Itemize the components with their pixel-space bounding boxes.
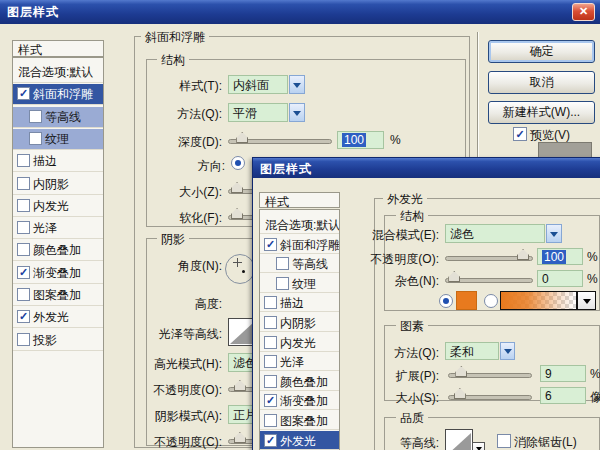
style-select[interactable]: 内斜面 bbox=[228, 75, 288, 94]
sidebar-item-label: 斜面和浮雕 bbox=[33, 86, 93, 103]
sidebar-item-2[interactable]: ✓斜面和浮雕 bbox=[260, 235, 339, 254]
dialog2-titlebar[interactable]: 图层样式 bbox=[253, 158, 600, 178]
size-label: 大小(Z): bbox=[127, 184, 222, 201]
new-style-button[interactable]: 新建样式(W)... bbox=[488, 101, 595, 124]
sidebar-item-9[interactable]: 颜色叠加 bbox=[13, 240, 103, 261]
unchecked-checkbox-icon[interactable] bbox=[29, 110, 42, 123]
sidebar-item-9[interactable]: 颜色叠加 bbox=[260, 372, 339, 391]
method-select[interactable]: 平滑 bbox=[228, 103, 288, 122]
angle-dial[interactable] bbox=[225, 254, 255, 284]
unchecked-checkbox-icon[interactable] bbox=[276, 277, 289, 290]
dialog1-styles-header[interactable]: 样式 bbox=[12, 40, 104, 57]
unchecked-checkbox-icon[interactable] bbox=[264, 375, 277, 388]
close-icon[interactable]: ✕ bbox=[572, 3, 595, 21]
sidebar-item-1[interactable]: 混合选项:默认 bbox=[260, 215, 339, 234]
glow-gradient-radio[interactable] bbox=[484, 294, 498, 308]
glow-size-slider[interactable] bbox=[448, 395, 532, 400]
sidebar-item-label: 描边 bbox=[33, 153, 57, 170]
noise-label: 杂色(N): bbox=[349, 273, 439, 290]
sidebar-item-4[interactable]: 纹理 bbox=[260, 274, 339, 293]
sidebar-item-13[interactable]: 投影 bbox=[13, 330, 103, 351]
bevel-group-title: 斜面和浮雕 bbox=[141, 29, 209, 46]
dialog2-styles-header[interactable]: 样式 bbox=[259, 192, 340, 208]
sidebar-item-4[interactable]: 纹理 bbox=[13, 129, 103, 150]
sidebar-item-3[interactable]: 等高线 bbox=[13, 107, 103, 128]
glow-gradient-arrow-icon[interactable] bbox=[577, 291, 596, 310]
blend-mode-select[interactable]: 滤色 bbox=[445, 224, 545, 243]
unchecked-checkbox-icon[interactable] bbox=[17, 177, 30, 190]
checked-checkbox-icon[interactable]: ✓ bbox=[264, 238, 277, 251]
sidebar-item-3[interactable]: 等高线 bbox=[260, 254, 339, 273]
checked-checkbox-icon[interactable]: ✓ bbox=[17, 310, 30, 323]
unchecked-checkbox-icon[interactable] bbox=[264, 336, 277, 349]
sidebar-item-11[interactable]: 图案叠加 bbox=[13, 285, 103, 306]
glow-color-radio[interactable] bbox=[439, 294, 453, 308]
sidebar-item-label: 外发光 bbox=[280, 433, 316, 450]
unchecked-checkbox-icon[interactable] bbox=[264, 414, 277, 427]
cancel-button[interactable]: 取消 bbox=[488, 71, 595, 94]
sidebar-item-8[interactable]: 光泽 bbox=[13, 218, 103, 239]
unchecked-checkbox-icon[interactable] bbox=[17, 333, 30, 346]
cursor-crosshair-icon bbox=[233, 258, 242, 267]
sidebar-item-1[interactable]: 混合选项:默认 bbox=[13, 62, 103, 83]
unchecked-checkbox-icon[interactable] bbox=[29, 132, 42, 145]
technique-arrow-icon[interactable] bbox=[500, 342, 515, 360]
unchecked-checkbox-icon[interactable] bbox=[276, 257, 289, 270]
unchecked-checkbox-icon[interactable] bbox=[264, 316, 277, 329]
glow-opacity-input[interactable]: 100 bbox=[537, 248, 583, 265]
sidebar-item-8[interactable]: 光泽 bbox=[260, 352, 339, 371]
layer-style-dialog-2: 图层样式 样式 混合选项:默认✓斜面和浮雕等高线纹理描边内阴影内发光光泽颜色叠加… bbox=[252, 157, 600, 450]
spread-slider[interactable] bbox=[448, 373, 532, 378]
sidebar-item-6[interactable]: 内阴影 bbox=[260, 313, 339, 332]
glow-size-input[interactable]: 6 bbox=[540, 387, 586, 404]
antialias-checkbox[interactable] bbox=[497, 434, 511, 448]
highlight-opacity-label: 不透明度(O): bbox=[127, 382, 222, 399]
checked-checkbox-icon[interactable]: ✓ bbox=[17, 87, 30, 100]
sidebar-item-10[interactable]: ✓渐变叠加 bbox=[260, 391, 339, 410]
unchecked-checkbox-icon[interactable] bbox=[264, 355, 277, 368]
checked-checkbox-icon[interactable]: ✓ bbox=[264, 434, 277, 447]
unchecked-checkbox-icon[interactable] bbox=[17, 221, 30, 234]
sidebar-item-2[interactable]: ✓斜面和浮雕 bbox=[13, 84, 103, 105]
technique-select[interactable]: 柔和 bbox=[445, 342, 499, 360]
angle-label: 角度(N): bbox=[127, 258, 222, 275]
sidebar-item-5[interactable]: 描边 bbox=[260, 293, 339, 312]
depth-slider[interactable] bbox=[228, 139, 332, 144]
sidebar-item-7[interactable]: 内发光 bbox=[13, 196, 103, 217]
contour-thumbnail[interactable] bbox=[445, 429, 473, 450]
noise-slider[interactable] bbox=[445, 278, 533, 283]
direction-label: 方向: bbox=[130, 158, 225, 175]
sidebar-item-5[interactable]: 描边 bbox=[13, 151, 103, 172]
checked-checkbox-icon[interactable]: ✓ bbox=[17, 266, 30, 279]
blend-mode-arrow-icon[interactable] bbox=[546, 224, 562, 243]
sidebar-item-label: 混合选项:默认 bbox=[18, 64, 93, 81]
glow-color-swatch[interactable] bbox=[456, 291, 477, 310]
ok-button[interactable]: 确定 bbox=[488, 40, 595, 63]
sidebar-item-12[interactable]: ✓外发光 bbox=[13, 307, 103, 328]
method-select-arrow-icon[interactable] bbox=[289, 103, 305, 122]
preview-checkbox[interactable]: ✓ bbox=[513, 127, 527, 141]
sidebar-item-11[interactable]: 图案叠加 bbox=[260, 411, 339, 430]
checked-checkbox-icon[interactable]: ✓ bbox=[264, 394, 277, 407]
glow-gradient-preview[interactable] bbox=[500, 291, 577, 310]
style-select-arrow-icon[interactable] bbox=[289, 75, 305, 94]
noise-input[interactable]: 0 bbox=[537, 270, 583, 287]
unchecked-checkbox-icon[interactable] bbox=[264, 296, 277, 309]
glow-opacity-slider[interactable] bbox=[445, 256, 533, 261]
dialog1-titlebar[interactable]: 图层样式 ✕ bbox=[0, 0, 600, 24]
spread-input[interactable]: 9 bbox=[540, 365, 586, 382]
unchecked-checkbox-icon[interactable] bbox=[17, 288, 30, 301]
technique-label: 方法(Q): bbox=[349, 345, 439, 362]
sidebar-item-10[interactable]: ✓渐变叠加 bbox=[13, 263, 103, 284]
sidebar-item-7[interactable]: 内发光 bbox=[260, 333, 339, 352]
direction-up-radio[interactable] bbox=[231, 156, 245, 170]
unchecked-checkbox-icon[interactable] bbox=[17, 199, 30, 212]
depth-input[interactable]: 100 bbox=[337, 131, 384, 149]
sidebar-item-12[interactable]: ✓外发光 bbox=[260, 431, 339, 450]
unchecked-checkbox-icon[interactable] bbox=[17, 243, 30, 256]
unchecked-checkbox-icon[interactable] bbox=[17, 154, 30, 167]
contour-arrow-icon[interactable] bbox=[472, 442, 485, 450]
sidebar-item-label: 图案叠加 bbox=[33, 287, 81, 304]
blend-mode-label: 混合模式(E): bbox=[349, 227, 439, 244]
sidebar-item-6[interactable]: 内阴影 bbox=[13, 174, 103, 195]
